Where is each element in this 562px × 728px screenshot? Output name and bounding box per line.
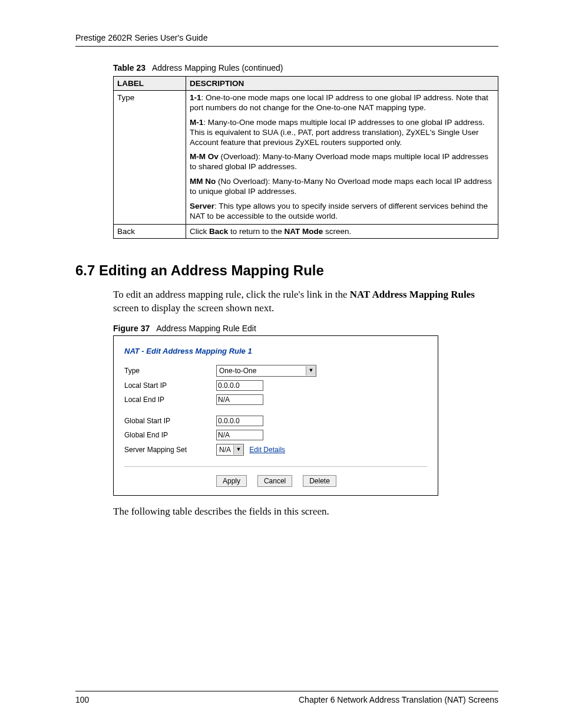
desc-bold: 1-1 (190, 93, 201, 102)
table-row: Type 1-1: One-to-one mode maps one local… (114, 91, 498, 225)
figure-caption-text: Address Mapping Rule Edit (156, 324, 256, 333)
desc-bold: Back (209, 227, 228, 236)
server-mapping-value: N/A (217, 446, 233, 454)
table-cell-label: Back (114, 224, 186, 238)
table-cell-description: 1-1: One-to-one mode maps one local IP a… (186, 91, 498, 225)
local-start-ip-input[interactable] (216, 380, 263, 391)
footer-rule (75, 691, 498, 691)
cancel-button[interactable]: Cancel (257, 475, 292, 487)
chevron-down-icon: ▼ (233, 445, 243, 454)
desc-text: (No Overload): Many-to-Many No Overload … (190, 177, 492, 196)
desc-text: screen. (323, 227, 351, 236)
table-header-label: LABEL (114, 77, 186, 91)
type-select[interactable]: One-to-One ▼ (216, 365, 316, 377)
table-cell-description: Click Back to return to the NAT Mode scr… (186, 224, 498, 238)
intro-text: screen to display the screen shown next. (113, 302, 274, 314)
desc-bold: M-M Ov (190, 152, 219, 161)
table-header-description: DESCRIPTION (186, 77, 498, 91)
page-footer: 100 Chapter 6 Network Address Translatio… (75, 691, 498, 704)
field-label-global-end: Global End IP (124, 431, 216, 439)
page-number: 100 (75, 695, 89, 704)
table-caption-text: Address Mapping Rules (continued) (152, 63, 283, 73)
desc-text: (Overload): Many-to-Many Overload mode m… (190, 152, 488, 171)
panel-title: NAT - Edit Address Mapping Rule 1 (124, 347, 427, 355)
desc-text: : This type allows you to specify inside… (190, 202, 488, 220)
apply-button[interactable]: Apply (216, 475, 247, 487)
desc-text: to return to the (228, 227, 284, 236)
figure-caption: Figure 37 Address Mapping Rule Edit (113, 324, 498, 333)
section-outro: The following table describes the fields… (113, 505, 498, 519)
edit-details-link[interactable]: Edit Details (249, 446, 285, 454)
desc-bold: Server (190, 202, 214, 210)
field-label-server-set: Server Mapping Set (124, 446, 216, 454)
desc-text: : One-to-one mode maps one local IP addr… (190, 93, 488, 112)
local-end-ip-input[interactable] (216, 394, 263, 405)
delete-button[interactable]: Delete (303, 475, 336, 487)
desc-bold: M-1 (190, 118, 203, 127)
chevron-down-icon: ▼ (306, 366, 316, 375)
intro-bold: NAT Address Mapping Rules (350, 289, 475, 300)
server-mapping-select[interactable]: N/A ▼ (216, 444, 244, 456)
section-intro: To edit an address mapping rule, click t… (113, 288, 498, 315)
type-select-value: One-to-One (217, 367, 306, 375)
address-mapping-table: LABEL DESCRIPTION Type 1-1: One-to-one m… (113, 76, 498, 239)
field-label-local-start: Local Start IP (124, 381, 216, 390)
table-row: Back Click Back to return to the NAT Mod… (114, 224, 498, 238)
field-label-type: Type (124, 367, 216, 375)
table-caption: Table 23 Address Mapping Rules (continue… (113, 63, 498, 73)
global-end-ip-input[interactable] (216, 430, 263, 440)
field-label-global-start: Global Start IP (124, 417, 216, 425)
desc-text: Click (190, 227, 209, 236)
button-row: Apply Cancel Delete (124, 466, 427, 487)
figure-caption-number: Figure 37 (113, 324, 150, 333)
table-cell-label: Type (114, 91, 186, 225)
intro-text: To edit an address mapping rule, click t… (113, 289, 350, 300)
section-heading: 6.7 Editing an Address Mapping Rule (75, 262, 498, 279)
chapter-title: Chapter 6 Network Address Translation (N… (299, 695, 498, 704)
desc-bold: MM No (190, 177, 216, 186)
table-caption-number: Table 23 (113, 63, 146, 73)
running-header: Prestige 2602R Series User's Guide (75, 33, 498, 42)
header-rule (75, 46, 498, 47)
desc-text: : Many-to-One mode maps multiple local I… (190, 118, 485, 147)
global-start-ip-input[interactable] (216, 416, 263, 426)
desc-bold: NAT Mode (285, 227, 323, 236)
field-label-local-end: Local End IP (124, 396, 216, 404)
figure-screenshot: NAT - Edit Address Mapping Rule 1 Type O… (113, 335, 438, 496)
